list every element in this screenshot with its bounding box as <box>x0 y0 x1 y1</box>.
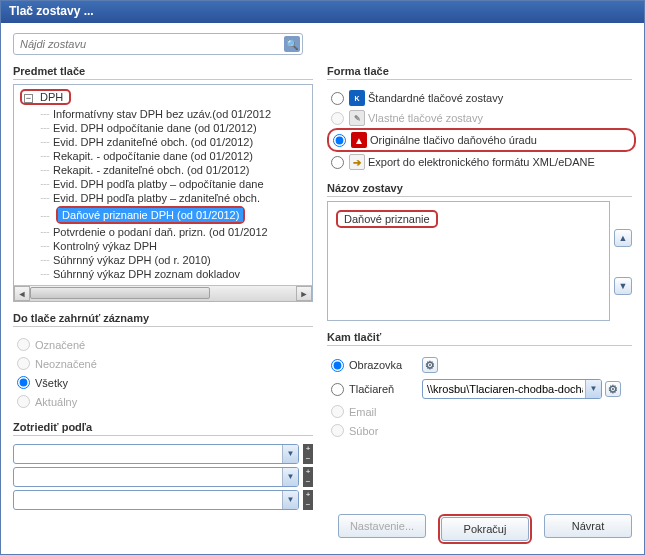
window-title: Tlač zostavy ... <box>9 4 94 18</box>
radio-email: Email <box>331 402 632 421</box>
radio-standard[interactable]: K Štandardné tlačové zostavy <box>331 88 632 108</box>
nazov-value-highlight: Daňové priznanie <box>336 210 438 228</box>
search-icon[interactable]: 🔍 <box>284 36 300 52</box>
gear-icon[interactable]: ⚙ <box>605 381 621 397</box>
radio-tlaciaren[interactable]: Tlačiareň ▼ ⚙ <box>331 376 632 402</box>
section-title-predmet: Predmet tlače <box>13 65 313 80</box>
window-titlebar: Tlač zostavy ... <box>1 1 644 23</box>
nastavenie-button: Nastavenie... <box>338 514 426 538</box>
tree-item[interactable]: ······Evid. DPH zdaniteľné obch. (od 01/… <box>36 135 310 149</box>
radio-subor: Súbor <box>331 421 632 440</box>
radio-obrazovka[interactable]: Obrazovka ⚙ <box>331 354 632 376</box>
tree-item[interactable]: ······Súhrnný výkaz DPH (od r. 2010) <box>36 253 310 267</box>
section-title-zahrnut: Do tlače zahrnúť záznamy <box>13 312 313 327</box>
sort-desc-icon[interactable]: − <box>303 500 313 510</box>
sort-asc-icon[interactable]: + <box>303 444 313 454</box>
nazov-list[interactable]: Daňové priznanie <box>327 201 610 321</box>
tree-item[interactable]: ······Informatívny stav DPH bez uzáv.(od… <box>36 107 310 121</box>
tree-item[interactable]: ······Rekapit. - zdaniteľné obch. (od 01… <box>36 163 310 177</box>
sort-desc-icon[interactable]: − <box>303 477 313 487</box>
radio-oznacene: Označené <box>17 335 313 354</box>
tree-item-selected-row[interactable]: ······ Daňové priznanie DPH (od 01/2012) <box>36 205 310 225</box>
print-dialog-window: Tlač zostavy ... 🔍 Predmet tlače − DPH <box>0 0 645 555</box>
radio-aktualny: Aktuálny <box>17 392 313 411</box>
tree-item[interactable]: ······Evid. DPH podľa platby – odpočítan… <box>36 177 310 191</box>
forma-group: K Štandardné tlačové zostavy ✎ Vlastné t… <box>331 88 632 172</box>
radio-vsetky[interactable]: Všetky <box>17 373 313 392</box>
sort-desc-icon[interactable]: − <box>303 454 313 464</box>
radio-neoznacene: Neoznačené <box>17 354 313 373</box>
zahrnut-group: Označené Neoznačené Všetky Aktuálny <box>17 335 313 411</box>
move-up-button[interactable]: ▲ <box>614 229 632 247</box>
scroll-thumb[interactable] <box>30 287 210 299</box>
h-scrollbar[interactable]: ◄ ► <box>14 285 312 301</box>
radio-vlastne: ✎ Vlastné tlačové zostavy <box>331 108 632 128</box>
tree-item-selected: Daňové priznanie DPH (od 01/2012) <box>58 208 243 222</box>
tree-item[interactable]: ······Potvrdenie o podaní daň. prizn. (o… <box>36 225 310 239</box>
tree-item[interactable]: ······Kontrolný výkaz DPH <box>36 239 310 253</box>
kam-group: Obrazovka ⚙ Tlačiareň ▼ ⚙ E <box>331 354 632 440</box>
section-title-sort: Zotriediť podľa <box>13 421 313 436</box>
sort-select-2[interactable] <box>13 467 299 487</box>
pdf-icon: ▲ <box>351 132 367 148</box>
move-down-button[interactable]: ▼ <box>614 277 632 295</box>
sort-section: ▼ + − ▼ + − <box>13 444 313 513</box>
tree-item[interactable]: ······Súhrnný výkaz DPH zoznam dokladov <box>36 267 310 281</box>
gear-icon[interactable]: ⚙ <box>422 357 438 373</box>
pokracuj-button[interactable]: Pokračuj <box>441 517 529 541</box>
section-title-kam: Kam tlačiť <box>327 331 632 346</box>
tree-root[interactable]: − DPH <box>20 89 71 105</box>
navrat-button[interactable]: Návrat <box>544 514 632 538</box>
tree-item[interactable]: ······Rekapit. - odpočítanie dane (od 01… <box>36 149 310 163</box>
tree-item[interactable]: ······Evid. DPH odpočítanie dane (od 01/… <box>36 121 310 135</box>
button-bar: Nastavenie... Pokračuj Návrat <box>327 508 632 544</box>
radio-export[interactable]: ➔ Export do elektronického formátu XML/e… <box>331 152 632 172</box>
sort-asc-icon[interactable]: + <box>303 490 313 500</box>
section-title-forma: Forma tlače <box>327 65 632 80</box>
radio-original-highlight: ▲ Originálne tlačivo daňového úradu <box>327 128 636 152</box>
export-icon: ➔ <box>349 154 365 170</box>
pokracuj-highlight: Pokračuj <box>438 514 532 544</box>
scroll-left-icon[interactable]: ◄ <box>14 286 30 301</box>
section-title-nazov: Názov zostavy <box>327 182 632 197</box>
radio-original[interactable]: ▲ Originálne tlačivo daňového úradu <box>333 130 630 150</box>
tree-item[interactable]: ······Evid. DPH podľa platby – zdaniteľn… <box>36 191 310 205</box>
window-content: 🔍 Predmet tlače − DPH ······Informatívny… <box>1 23 644 554</box>
doc-icon: ✎ <box>349 110 365 126</box>
kros-icon: K <box>349 90 365 106</box>
scroll-right-icon[interactable]: ► <box>296 286 312 301</box>
tree-children: ······Informatívny stav DPH bez uzáv.(od… <box>36 107 310 281</box>
sort-select-3[interactable] <box>13 490 299 510</box>
nazov-value[interactable]: Daňové priznanie <box>344 213 430 225</box>
search-input[interactable] <box>13 33 303 55</box>
search-row: 🔍 <box>13 33 632 55</box>
sort-select-1[interactable] <box>13 444 299 464</box>
sort-asc-icon[interactable]: + <box>303 467 313 477</box>
printer-select[interactable] <box>422 379 602 399</box>
tree-collapse-icon[interactable]: − <box>24 94 33 103</box>
tree-box: − DPH ······Informatívny stav DPH bez uz… <box>13 84 313 302</box>
